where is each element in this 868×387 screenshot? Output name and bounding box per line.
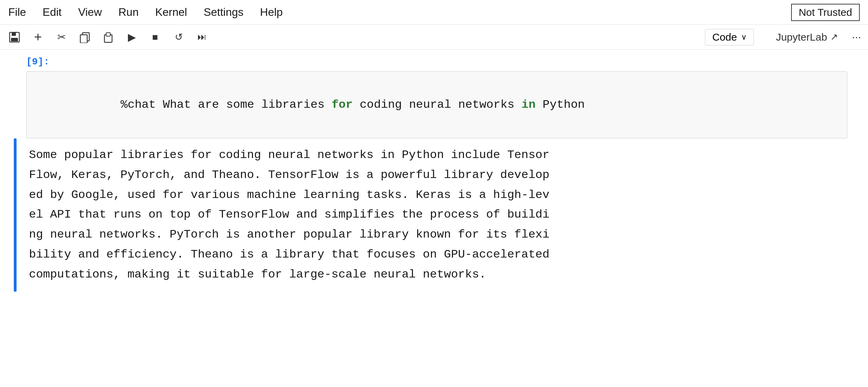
menu-kernel[interactable]: Kernel [155,6,187,19]
stop-button[interactable]: ■ [148,30,163,45]
add-cell-button[interactable]: + [30,30,46,45]
menu-settings[interactable]: Settings [204,6,244,19]
output-active-bar [14,138,17,292]
toolbar: + ✂ ▶ ■ ↺ ⏭ Code ∨ JupyterLab [0,25,868,50]
jupyterlab-link[interactable]: JupyterLab ↗ [776,31,838,43]
output-text: Some popular libraries for coding neural… [19,138,854,292]
svg-rect-2 [11,38,18,41]
cell-prompt: [9]: [26,56,847,67]
cell-code: %chat What are some libraries for coding… [36,79,837,131]
menu-bar: File Edit View Run Kernel Settings Help … [0,0,868,25]
plus-icon: + [34,30,42,44]
menu-run[interactable]: Run [118,6,139,19]
svg-rect-6 [106,33,110,36]
cut-icon: ✂ [57,31,66,43]
save-button[interactable] [7,30,22,45]
kernel-type-label: Code [712,31,737,43]
menu-file[interactable]: File [8,6,26,19]
copy-button[interactable] [77,30,92,45]
menu-items: File Edit View Run Kernel Settings Help [8,6,791,19]
stop-icon: ■ [152,32,158,43]
menu-edit[interactable]: Edit [43,6,62,19]
input-cell: [9]: %chat What are some libraries for c… [14,56,854,138]
run-button[interactable]: ▶ [124,30,139,45]
kernel-type-selector[interactable]: Code ∨ [705,29,754,45]
output-cell: Some popular libraries for coding neural… [14,138,854,292]
svg-rect-4 [80,35,87,43]
paste-button[interactable] [101,30,116,45]
jupyterlab-label: JupyterLab [776,31,827,43]
cell-wrapper: [9]: %chat What are some libraries for c… [0,56,868,292]
code-text-3: Python [536,98,585,111]
code-text-1: %chat What are some libraries [121,98,332,111]
restart-button[interactable]: ↺ [171,30,186,45]
cell-input-content: [9]: %chat What are some libraries for c… [19,56,854,138]
menu-help[interactable]: Help [260,6,283,19]
fast-forward-button[interactable]: ⏭ [194,30,210,45]
restart-icon: ↺ [175,31,183,43]
code-keyword-in: in [522,98,536,111]
chevron-down-icon: ∨ [741,33,747,42]
cut-button[interactable]: ✂ [54,30,69,45]
svg-rect-1 [12,32,16,36]
code-text-2: coding neural networks [353,98,522,111]
external-link-icon: ↗ [830,32,838,42]
code-keyword-for: for [332,98,353,111]
menu-view[interactable]: View [78,6,102,19]
notebook: [9]: %chat What are some libraries for c… [0,50,868,387]
run-icon: ▶ [128,31,136,43]
not-trusted-button[interactable]: Not Trusted [791,4,860,21]
fast-forward-icon: ⏭ [198,32,206,42]
cell-input-box[interactable]: %chat What are some libraries for coding… [26,71,847,138]
more-options-button[interactable]: ··· [852,31,861,43]
